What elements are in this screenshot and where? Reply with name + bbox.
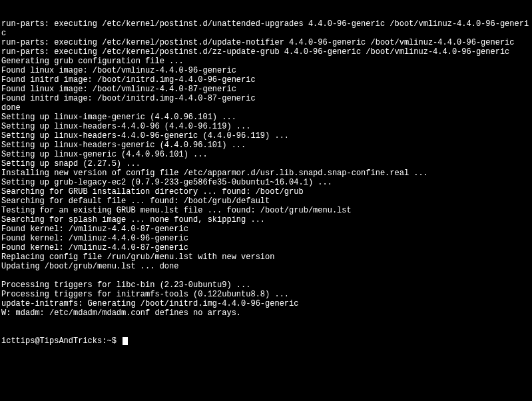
terminal-line: Searching for GRUB installation director…	[1, 187, 531, 197]
terminal-line: Found initrd image: /boot/initrd.img-4.4…	[1, 94, 531, 103]
terminal-line: Setting up linux-image-generic (4.4.0.96…	[1, 113, 531, 122]
terminal-line: Updating /boot/grub/menu.lst ... done	[1, 262, 531, 271]
terminal-line: Processing triggers for libc-bin (2.23-0…	[1, 280, 531, 290]
terminal-line: Setting up linux-headers-4.4.0-96-generi…	[1, 131, 531, 141]
terminal-line: update-initramfs: Generating /boot/initr…	[1, 299, 531, 308]
terminal-line: Replacing config file /run/grub/menu.lst…	[1, 252, 531, 262]
terminal-line: done	[1, 103, 531, 113]
terminal-output[interactable]: run-parts: executing /etc/kernel/postins…	[0, 0, 532, 356]
terminal-line: Searching for default file ... found: /b…	[1, 197, 531, 206]
prompt-line[interactable]: icttips@TipsAndTricks:~$	[1, 336, 531, 346]
terminal-line	[1, 271, 531, 280]
terminal-line: W: mdadm: /etc/mdadm/mdadm.conf defines …	[1, 308, 531, 318]
terminal-line: Setting up linux-headers-generic (4.4.0.…	[1, 141, 531, 150]
cursor	[123, 337, 128, 345]
terminal-line: Setting up linux-headers-4.4.0-96 (4.4.0…	[1, 122, 531, 131]
terminal-line: Installing new version of config file /e…	[1, 169, 531, 178]
terminal-line: Found kernel: /vmlinuz-4.4.0-87-generic	[1, 243, 531, 252]
terminal-line: Generating grub configuration file ...	[1, 57, 531, 66]
terminal-line: Found kernel: /vmlinuz-4.4.0-87-generic	[1, 224, 531, 234]
shell-prompt: icttips@TipsAndTricks:~$	[1, 336, 121, 346]
terminal-line: run-parts: executing /etc/kernel/postins…	[1, 38, 531, 47]
terminal-line: run-parts: executing /etc/kernel/postins…	[1, 19, 531, 38]
terminal-line: Setting up grub-legacy-ec2 (0.7.9-233-ge…	[1, 178, 531, 187]
terminal-line: Found kernel: /vmlinuz-4.4.0-96-generic	[1, 234, 531, 243]
terminal-line: Found linux image: /boot/vmlinuz-4.4.0-9…	[1, 66, 531, 75]
terminal-line: Testing for an existing GRUB menu.lst fi…	[1, 206, 531, 215]
terminal-line: Processing triggers for initramfs-tools …	[1, 290, 531, 299]
terminal-line: Found initrd image: /boot/initrd.img-4.4…	[1, 75, 531, 85]
terminal-line: Searching for splash image ... none foun…	[1, 215, 531, 224]
terminal-line: Found linux image: /boot/vmlinuz-4.4.0-8…	[1, 85, 531, 94]
terminal-line: Setting up linux-generic (4.4.0.96.101) …	[1, 150, 531, 159]
terminal-line: run-parts: executing /etc/kernel/postins…	[1, 47, 531, 57]
terminal-line: Setting up snapd (2.27.5) ...	[1, 159, 531, 169]
